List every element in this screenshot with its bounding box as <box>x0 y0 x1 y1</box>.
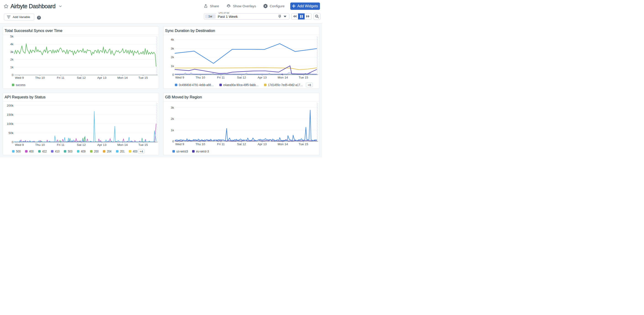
svg-text:Apr 13: Apr 13 <box>97 143 106 147</box>
svg-text:Tue 15: Tue 15 <box>138 76 148 79</box>
svg-text:50k: 50k <box>8 131 14 135</box>
svg-text:3k: 3k <box>171 106 174 109</box>
svg-text:Fri 11: Fri 11 <box>217 142 225 146</box>
svg-text:Mon 14: Mon 14 <box>118 143 128 147</box>
svg-text:410: 410 <box>55 150 60 153</box>
svg-text:Fri 11: Fri 11 <box>217 76 225 79</box>
svg-text:0: 0 <box>12 140 14 144</box>
svg-text:150k: 150k <box>7 113 14 116</box>
svg-text:4k: 4k <box>171 38 174 41</box>
svg-text:Apr 13: Apr 13 <box>97 76 106 79</box>
svg-text:Wed 9: Wed 9 <box>15 76 24 79</box>
svg-text:0: 0 <box>172 73 174 76</box>
svg-text:1k: 1k <box>10 65 14 69</box>
svg-text:201: 201 <box>120 150 124 153</box>
svg-text:Tue 15: Tue 15 <box>299 76 308 79</box>
svg-text:422: 422 <box>42 150 47 153</box>
svg-text:Wed 9: Wed 9 <box>175 76 184 79</box>
svg-text:200k: 200k <box>7 104 14 107</box>
svg-text:Tue 15: Tue 15 <box>299 142 308 146</box>
svg-text:Sat 12: Sat 12 <box>237 76 246 79</box>
svg-text:Sat 12: Sat 12 <box>77 76 86 79</box>
svg-text:100k: 100k <box>7 122 14 126</box>
svg-text:us-west3: us-west3 <box>176 150 188 153</box>
svg-text:5k: 5k <box>10 35 14 38</box>
svg-text:Sat 12: Sat 12 <box>77 143 86 147</box>
svg-text:1k: 1k <box>171 64 174 67</box>
svg-text:Tue 15: Tue 15 <box>138 143 148 147</box>
svg-text:Thu 10: Thu 10 <box>35 76 45 79</box>
svg-text:Thu 10: Thu 10 <box>35 143 45 147</box>
svg-text:eu-west-3: eu-west-3 <box>196 150 209 153</box>
svg-text:2k: 2k <box>171 55 174 59</box>
svg-text:Thu 10: Thu 10 <box>196 76 205 79</box>
svg-text:17d1455c-7ed5-49d2-a17…: 17d1455c-7ed5-49d2-a17… <box>268 83 303 87</box>
svg-text:+6: +6 <box>308 83 311 86</box>
svg-text:Wed 9: Wed 9 <box>15 143 24 147</box>
svg-text:+4: +4 <box>140 150 143 153</box>
svg-text:e4aea90a-90ca-49f5-9abb…: e4aea90a-90ca-49f5-9abb… <box>223 83 258 87</box>
svg-text:Mon 14: Mon 14 <box>278 142 288 146</box>
svg-text:Wed 9: Wed 9 <box>175 142 184 146</box>
svg-text:Thu 10: Thu 10 <box>196 142 205 146</box>
svg-text:1k: 1k <box>171 128 174 132</box>
svg-text:Fri 11: Fri 11 <box>57 76 65 79</box>
svg-text:200: 200 <box>94 150 99 153</box>
svg-text:403: 403 <box>133 150 138 153</box>
svg-text:Mon 14: Mon 14 <box>118 76 128 79</box>
svg-text:2k: 2k <box>171 117 174 120</box>
svg-text:3k: 3k <box>171 46 174 50</box>
svg-text:4k: 4k <box>10 42 14 46</box>
svg-text:Fri 11: Fri 11 <box>57 143 65 147</box>
svg-text:0c49680d-4791-4ebb-a88…: 0c49680d-4791-4ebb-a88… <box>179 83 214 87</box>
svg-text:Sat 12: Sat 12 <box>237 142 246 146</box>
svg-text:0: 0 <box>12 73 14 77</box>
svg-text:503: 503 <box>68 150 72 153</box>
svg-text:Apr 13: Apr 13 <box>258 76 267 79</box>
svg-text:success: success <box>16 83 25 87</box>
svg-text:Apr 13: Apr 13 <box>258 142 267 146</box>
svg-text:500: 500 <box>16 150 20 153</box>
svg-text:3k: 3k <box>10 50 14 53</box>
svg-text:Mon 14: Mon 14 <box>278 76 288 79</box>
svg-text:204: 204 <box>107 150 112 153</box>
svg-text:0: 0 <box>172 140 174 143</box>
svg-text:2k: 2k <box>10 58 14 61</box>
svg-text:400: 400 <box>29 150 34 153</box>
svg-text:409: 409 <box>81 150 86 153</box>
